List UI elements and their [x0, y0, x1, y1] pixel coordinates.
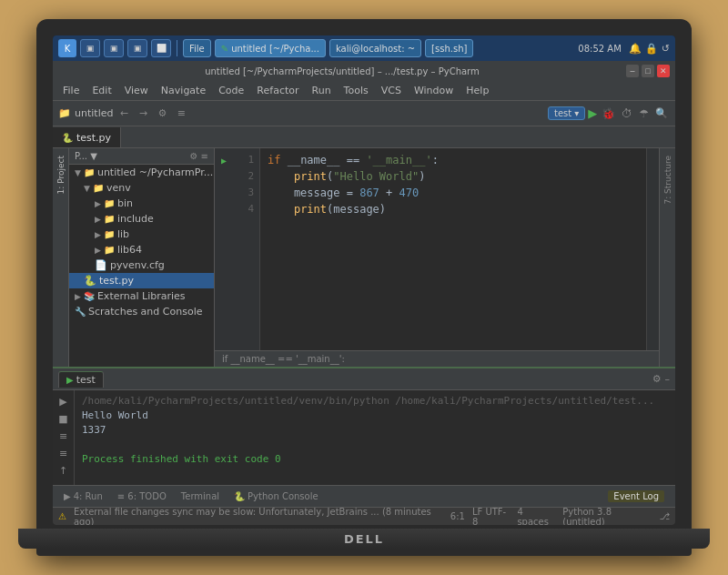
gutter-line-4	[215, 201, 233, 217]
taskbar-item-4[interactable]: [ssh.sh]	[425, 39, 473, 57]
run-tab-bottom-icon: ▶	[64, 491, 71, 501]
menu-tools[interactable]: Tools	[338, 83, 375, 98]
run-panel-close-icon[interactable]: –	[665, 373, 671, 385]
tree-scratch-icon: 🔧	[75, 307, 86, 317]
run-button[interactable]: ▶	[588, 106, 597, 120]
project-folder-icon: 📁	[58, 107, 71, 119]
maximize-button[interactable]: □	[642, 65, 654, 77]
status-vcs-icon: ⎇	[659, 511, 670, 521]
dell-logo: DELL	[344, 532, 384, 546]
menu-bar: File Edit View Navigate Code Refactor Ru…	[53, 81, 675, 101]
toolbar-settings-btn[interactable]: ≡	[173, 106, 189, 122]
profile-button[interactable]: ⏱	[622, 107, 632, 120]
run-scroll-btn[interactable]: ≡	[56, 429, 71, 443]
run-config: test ▾	[548, 106, 585, 120]
file-tree: P... ▼ ⚙ ≡ ▼ 📁 untitled ~/PycharmPr... ▼…	[69, 148, 215, 367]
tree-item-venv[interactable]: ▼ 📁 venv	[69, 180, 214, 196]
menu-refactor[interactable]: Refactor	[250, 83, 305, 98]
bottom-tab-python-console[interactable]: 🐍 Python Console	[227, 489, 326, 503]
kali-icon[interactable]: K	[58, 39, 76, 57]
gutter-line-2	[215, 168, 233, 185]
tree-label-include: include	[117, 213, 154, 225]
taskbar-btn-2[interactable]: ▣	[104, 39, 124, 57]
toolbar-back-btn[interactable]: ←	[116, 106, 132, 122]
status-python[interactable]: Python 3.8 (untitled)	[562, 507, 652, 526]
tree-item-testpy[interactable]: 🐍 test.py	[69, 273, 214, 288]
bottom-tab-todo-label: ≡ 6: TODO	[117, 491, 167, 501]
menu-help[interactable]: Help	[460, 83, 495, 98]
tree-item-bin[interactable]: ▶ 📁 bin	[69, 196, 214, 211]
run-panel-gear-icon[interactable]: ⚙	[652, 373, 662, 385]
lock-icon[interactable]: 🔒	[645, 43, 658, 55]
run-arrow-icon[interactable]: ▶	[221, 156, 227, 166]
tab-testpy-label: test.py	[76, 132, 111, 144]
tree-cfg-icon: 📄	[95, 259, 107, 271]
menu-window[interactable]: Window	[408, 83, 460, 98]
toolbar-forward-btn[interactable]: →	[135, 106, 151, 122]
bottom-tab-run[interactable]: ▶ 4: Run	[56, 489, 110, 503]
bottom-tab-terminal[interactable]: Terminal	[174, 489, 227, 503]
tree-arrow-lib64: ▶	[95, 246, 101, 255]
run-rerun-btn[interactable]: ▶	[56, 394, 71, 409]
tree-item-scratches[interactable]: 🔧 Scratches and Console	[69, 304, 214, 319]
coverage-button[interactable]: ☂	[639, 107, 649, 120]
run-panel: ▶ test ⚙ – ▶ ■ ≡ ≡ ↑ /h	[53, 367, 675, 485]
status-line-col[interactable]: 6:1	[450, 511, 465, 521]
run-config-arrow[interactable]: ▾	[574, 108, 579, 118]
tree-label-scratches: Scratches and Console	[88, 306, 202, 318]
sidebar-tab-project[interactable]: 1: Project	[55, 152, 67, 197]
menu-run[interactable]: Run	[306, 83, 338, 98]
code-area[interactable]: ▶ 1 2 3 4	[215, 148, 659, 350]
run-filter-btn[interactable]: ≡	[56, 446, 71, 460]
run-stop-btn[interactable]: ■	[56, 411, 71, 426]
status-encoding[interactable]: LF UTF-8	[472, 507, 511, 526]
taskbar-item-3[interactable]: kali@localhost: ~	[329, 39, 421, 57]
close-button[interactable]: ✕	[657, 65, 670, 77]
tree-item-lib64[interactable]: ▶ 📁 lib64	[69, 242, 214, 257]
menu-edit[interactable]: Edit	[86, 83, 117, 98]
event-log-label: Event Log	[608, 490, 664, 502]
code-lines[interactable]: if __name__ == '__main__': print("Hello …	[260, 148, 646, 350]
code-line-4: print(message)	[268, 201, 639, 217]
debug-button[interactable]: 🐞	[602, 107, 615, 120]
run-up-btn[interactable]: ↑	[56, 463, 71, 478]
tree-item-ext-libs[interactable]: ▶ 📚 External Libraries	[69, 288, 214, 304]
menu-view[interactable]: View	[118, 83, 155, 98]
project-name: untitled	[75, 107, 113, 119]
taskbar-item-2[interactable]: ✎ untitled [~/Pycha...	[215, 39, 326, 57]
run-output-line-2: Hello World	[82, 409, 668, 423]
project-toolbar: 📁 untitled ← → ⚙ ≡ test ▾ ▶ 🐞 ⏱ ☂ 🔍	[53, 101, 675, 126]
os-taskbar: K ▣ ▣ ▣ ⬜ File ✎ untitled [~/Pycha... ka…	[53, 35, 675, 61]
bell-icon[interactable]: 🔔	[629, 43, 642, 55]
run-output[interactable]: /home/kali/PycharmProjects/untitled/venv…	[75, 390, 675, 485]
bottom-tab-terminal-label: Terminal	[181, 491, 219, 501]
run-sidebar: ▶ ■ ≡ ≡ ↑	[53, 390, 75, 485]
sidebar-tab-structure[interactable]: 7: Structure	[662, 152, 674, 208]
taskbar-item-4-label: [ssh.sh]	[431, 44, 467, 54]
menu-file[interactable]: File	[56, 83, 86, 98]
taskbar-item-1[interactable]: File	[183, 39, 211, 57]
menu-code[interactable]: Code	[212, 83, 250, 98]
power-icon[interactable]: ↺	[662, 43, 670, 55]
run-output-line-5: Process finished with exit code 0	[82, 452, 668, 467]
editor-tab-testpy[interactable]: 🐍 test.py	[53, 127, 121, 147]
event-log-btn[interactable]: Event Log	[601, 489, 672, 504]
menu-vcs[interactable]: VCS	[375, 83, 408, 98]
tree-item-untitled[interactable]: ▼ 📁 untitled ~/PycharmPr...	[69, 165, 214, 180]
taskbar-btn-4[interactable]: ⬜	[151, 39, 171, 57]
minimize-button[interactable]: –	[626, 65, 639, 77]
tree-item-lib[interactable]: ▶ 📁 lib	[69, 227, 214, 242]
gutter-line-3	[215, 185, 233, 201]
pycharm-window: untitled [~/PycharmProjects/untitled] – …	[53, 61, 675, 525]
taskbar-btn-3[interactable]: ▣	[127, 39, 147, 57]
laptop-frame: K ▣ ▣ ▣ ⬜ File ✎ untitled [~/Pycha... ka…	[36, 19, 692, 556]
run-tab-test[interactable]: ▶ test	[58, 371, 104, 388]
status-indent[interactable]: 4 spaces	[517, 507, 555, 526]
tree-item-include[interactable]: ▶ 📁 include	[69, 211, 214, 227]
toolbar-gear-btn[interactable]: ⚙	[154, 106, 170, 122]
search-everywhere-btn[interactable]: 🔍	[653, 106, 670, 122]
menu-navigate[interactable]: Navigate	[155, 83, 212, 98]
taskbar-btn-1[interactable]: ▣	[80, 39, 100, 57]
tree-item-pyvenv[interactable]: 📄 pyvenv.cfg	[69, 257, 214, 273]
bottom-tab-todo[interactable]: ≡ 6: TODO	[110, 489, 174, 503]
